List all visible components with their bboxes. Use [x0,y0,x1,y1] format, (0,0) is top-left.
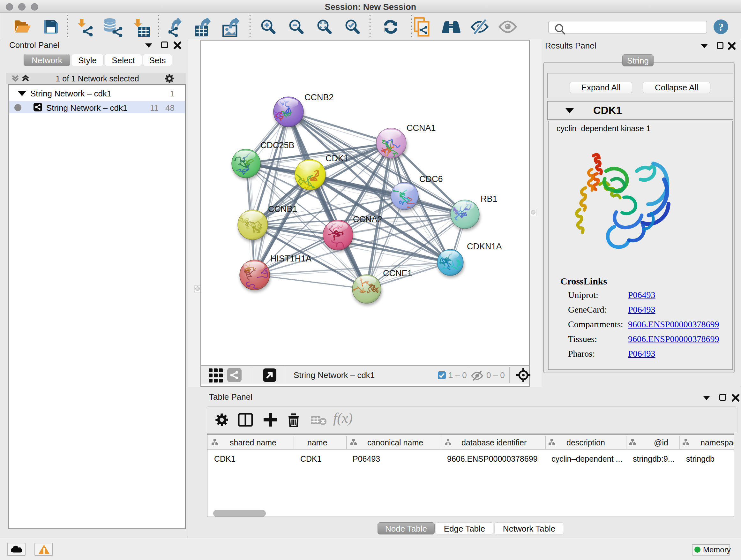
svg-text:RB1: RB1 [481,194,497,204]
svg-text:CCNB1: CCNB1 [268,204,297,214]
svg-text:CCNB2: CCNB2 [305,92,334,102]
svg-text:CDC25B: CDC25B [260,140,294,150]
svg-text:CCNA2: CCNA2 [353,214,382,224]
svg-text:CDKN1A: CDKN1A [467,242,502,251]
svg-text:CCNE1: CCNE1 [383,268,412,278]
svg-text:HIST1H1A: HIST1H1A [270,254,312,263]
svg-text:CCNA1: CCNA1 [407,123,436,133]
svg-text:CDC6: CDC6 [419,174,443,184]
svg-text:CDK1: CDK1 [326,153,348,163]
svg-text:?: ? [718,21,724,33]
